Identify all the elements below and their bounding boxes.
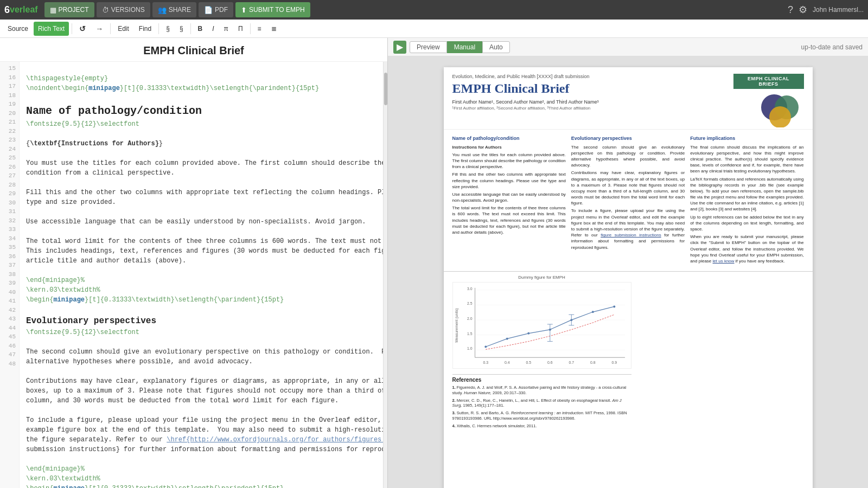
submit-label: SUBMIT TO EMPH	[249, 6, 305, 14]
code-line	[26, 454, 376, 464]
bold-icon: B	[198, 25, 203, 33]
code-line: This includes headings, text, references…	[26, 246, 376, 256]
svg-text:0.9: 0.9	[611, 361, 617, 364]
col3-title: Future implications	[690, 135, 803, 142]
references-section: References 1. Figueredo, A. J. and Wolf,…	[452, 374, 631, 428]
code-line: \begin{minipage}[t]{0.31333\textwidth}\s…	[26, 295, 376, 305]
source-button[interactable]: Source	[3, 22, 33, 36]
pi-icon: π	[224, 25, 228, 33]
italic-button[interactable]: I	[208, 22, 218, 36]
sub-section-button[interactable]: §	[175, 22, 188, 36]
settings-button[interactable]: ⚙	[799, 4, 807, 16]
section-button[interactable]: §	[162, 22, 174, 36]
svg-point-23	[506, 338, 508, 340]
col1-text-3: Use accessible language that can be easi…	[452, 191, 566, 203]
preview-button[interactable]: Preview	[410, 41, 447, 53]
editor-title: EMPH Clinical Brief	[0, 38, 387, 62]
col2-title: Evolutionary perspectives	[571, 135, 685, 142]
track-changes-button[interactable]: ↺	[75, 22, 90, 36]
svg-text:2.0: 2.0	[467, 317, 473, 320]
manual-button[interactable]: Manual	[447, 41, 482, 53]
code-line: example figure box at the end of this te…	[26, 425, 376, 435]
code-line	[26, 305, 376, 314]
col3-text-1: The final column should discuss the impl…	[690, 144, 803, 175]
code-line: \kern.03\textwidth%	[26, 474, 376, 484]
code-line: You must use the titles for each column …	[26, 158, 376, 168]
svg-text:0.8: 0.8	[590, 361, 596, 364]
redo-button[interactable]: →	[91, 22, 107, 36]
edit-button[interactable]: Edit	[113, 22, 133, 36]
versions-label: VERSIONS	[111, 6, 145, 14]
preview-content: Evolution, Medicine, and Public Health […	[388, 56, 868, 488]
svg-text:3.0: 3.0	[467, 287, 473, 291]
section-icon: §	[166, 25, 170, 33]
svg-text:0.5: 0.5	[526, 361, 531, 364]
share-button[interactable]: 👥 SHARE	[152, 2, 196, 17]
code-line: alternative hypotheses where possible, a…	[26, 357, 376, 367]
figure-title: Dummy figure for EMPH	[452, 275, 631, 280]
pdf-button[interactable]: 📄 PDF	[199, 2, 233, 17]
references-title: References	[452, 374, 631, 383]
list-button[interactable]: ≡	[253, 22, 266, 36]
figure-area: Dummy figure for EMPH 3.0 2.5 2.0 1.5 1.…	[452, 275, 631, 431]
pi2-button[interactable]: Π	[234, 22, 247, 36]
line-numbers: 15 16 17 18 19 20 21 22 23 24 25 26 27 2…	[0, 62, 20, 488]
preview-toolbar: ▶ Preview Manual Auto up-to-date and sav…	[388, 38, 868, 56]
bold-button[interactable]: B	[194, 22, 207, 36]
code-line: \thispagestyle{empty}	[26, 74, 376, 84]
code-line-heading: Name of pathology/condition	[26, 103, 376, 119]
figure-link[interactable]: figure submission instructions	[601, 233, 661, 237]
code-area[interactable]: \thispagestyle{empty} \noindent\begin{mi…	[20, 62, 383, 488]
code-line-heading: Evolutionary perspectives	[26, 314, 376, 328]
code-line	[26, 266, 376, 275]
auto-button[interactable]: Auto	[482, 41, 510, 53]
svg-text:Measurement (units): Measurement (units)	[454, 308, 458, 342]
col2-text-3: To include a figure, please upload your …	[571, 208, 685, 250]
scrollbar-thumb[interactable]	[384, 73, 387, 105]
project-label: PROJECT	[59, 6, 89, 14]
code-line: article title and author details (above)…	[26, 256, 376, 266]
col2-text-1: The second column should give an evoluti…	[571, 144, 685, 169]
editor-scrollbar[interactable]	[383, 62, 387, 488]
versions-button[interactable]: ⏱ VERSIONS	[97, 2, 150, 17]
svg-text:2.5: 2.5	[467, 302, 473, 306]
editor-toolbar: Source Rich Text ↺ → Edit Find § § B I π…	[0, 20, 868, 38]
code-line	[26, 93, 376, 103]
code-line	[26, 227, 376, 236]
doc-header-left: Evolution, Medicine, and Public Health […	[452, 74, 728, 111]
journal-name: Evolution, Medicine, and Public Health […	[452, 74, 728, 79]
project-button[interactable]: ▦ PROJECT	[44, 2, 94, 17]
user-name: John Hammersl...	[813, 6, 864, 14]
code-line: boxes, up to a maximum of 3. Please note…	[26, 386, 376, 396]
logo-six: 6	[4, 4, 10, 16]
feedback-link[interactable]: let us know	[713, 259, 735, 264]
editor-content[interactable]: 15 16 17 18 19 20 21 22 23 24 25 26 27 2…	[0, 62, 387, 488]
doc-title: EMPH Clinical Brief	[452, 81, 728, 96]
list2-button[interactable]: ≣	[267, 22, 281, 36]
saved-status: up-to-date and saved	[801, 43, 863, 51]
ref-3: 3. Sutton, R. S. and Barto, A. G. Reinfo…	[452, 410, 631, 421]
svg-point-24	[527, 332, 529, 335]
help-button[interactable]: ?	[788, 4, 793, 16]
code-line	[26, 406, 376, 415]
find-button[interactable]: Find	[135, 22, 156, 36]
code-line: {\textbf{Instructions for Authors}}	[26, 139, 376, 149]
code-line	[26, 337, 376, 347]
svg-point-22	[484, 346, 487, 348]
preview-arrow-button[interactable]: ▶	[393, 41, 406, 54]
code-line: submission instructions} for further inf…	[26, 445, 376, 454]
pi-button[interactable]: π	[220, 22, 233, 36]
pdf-label: PDF	[215, 6, 228, 14]
code-line: Fill this and the other two columns with…	[26, 188, 376, 197]
main-layout: EMPH Clinical Brief 15 16 17 18 19 20 21…	[0, 38, 868, 488]
col1-subtitle: Instructions for Authors	[452, 144, 566, 150]
col2-text-2: Contributions may have clear, explanator…	[571, 170, 685, 206]
top-navigation: 6 verleaf ▦ PROJECT ⏱ VERSIONS 👥 SHARE 📄…	[0, 0, 868, 20]
code-line: condition from a clinical perspective.	[26, 168, 376, 178]
editor-panel: EMPH Clinical Brief 15 16 17 18 19 20 21…	[0, 38, 388, 488]
svg-text:0.7: 0.7	[569, 361, 574, 364]
doc-authors: First Author Name¹, Second Author Name²,…	[452, 99, 728, 105]
submit-button[interactable]: ⬆ SUBMIT TO EMPH	[235, 2, 310, 17]
doc-affiliations: ¹First Author affiliation, ²Second Autho…	[452, 106, 728, 111]
richtext-button[interactable]: Rich Text	[34, 22, 69, 36]
